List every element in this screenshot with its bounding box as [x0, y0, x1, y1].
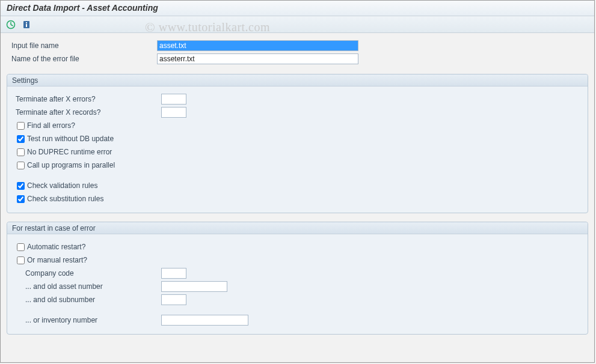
error-file-field[interactable] — [157, 53, 358, 64]
info-button[interactable] — [20, 19, 33, 31]
execute-icon — [6, 20, 16, 29]
inventory-field[interactable] — [161, 315, 248, 326]
test-run-checkbox[interactable] — [17, 135, 25, 143]
parallel-checkbox[interactable] — [17, 162, 25, 169]
no-duprec-label: No DUPREC runtime error — [27, 148, 112, 156]
check-sub-checkbox[interactable] — [17, 195, 25, 203]
term-records-field[interactable] — [161, 107, 186, 118]
restart-group: For restart in case of error Automatic r… — [7, 222, 588, 335]
find-all-label: Find all errors? — [27, 121, 75, 130]
info-icon — [22, 20, 31, 29]
company-code-label: Company code — [11, 269, 161, 278]
company-code-field[interactable] — [161, 268, 186, 279]
test-run-label: Test run without DB update — [27, 135, 114, 143]
content: Input file name Name of the error file S… — [1, 33, 594, 335]
check-sub-label: Check substitution rules — [27, 195, 103, 203]
page-title: Direct Data Import - Asset Accounting — [1, 1, 594, 16]
error-file-label: Name of the error file — [7, 55, 157, 63]
old-asset-label: ... and old asset number — [11, 282, 161, 291]
app-window: Direct Data Import - Asset Accounting © … — [0, 0, 595, 363]
auto-restart-checkbox[interactable] — [17, 243, 25, 251]
execute-button[interactable] — [4, 19, 17, 31]
old-sub-label: ... and old subnumber — [11, 296, 161, 304]
term-records-label: Terminate after X records? — [11, 108, 161, 117]
old-asset-field[interactable] — [161, 281, 227, 292]
check-val-label: Check validation rules — [27, 181, 97, 190]
manual-restart-label: Or manual restart? — [27, 256, 87, 264]
term-errors-field[interactable] — [161, 94, 186, 105]
manual-restart-checkbox[interactable] — [17, 256, 25, 264]
no-duprec-checkbox[interactable] — [17, 148, 25, 156]
auto-restart-label: Automatic restart? — [27, 243, 85, 251]
inventory-label: ... or inventory number — [11, 316, 161, 324]
toolbar — [1, 16, 594, 33]
old-sub-field[interactable] — [161, 294, 186, 305]
svg-rect-5 — [26, 24, 27, 27]
restart-header: For restart in case of error — [7, 222, 588, 234]
term-errors-label: Terminate after X errors? — [11, 95, 161, 103]
settings-header: Settings — [7, 74, 588, 86]
input-file-label: Input file name — [7, 41, 157, 50]
settings-group: Settings Terminate after X errors? Termi… — [7, 74, 588, 213]
svg-rect-4 — [26, 22, 27, 23]
input-file-field[interactable] — [157, 40, 358, 51]
parallel-label: Call up programs in parallel — [27, 161, 115, 169]
svg-line-2 — [11, 25, 13, 26]
find-all-checkbox[interactable] — [17, 122, 25, 130]
check-val-checkbox[interactable] — [17, 182, 25, 190]
